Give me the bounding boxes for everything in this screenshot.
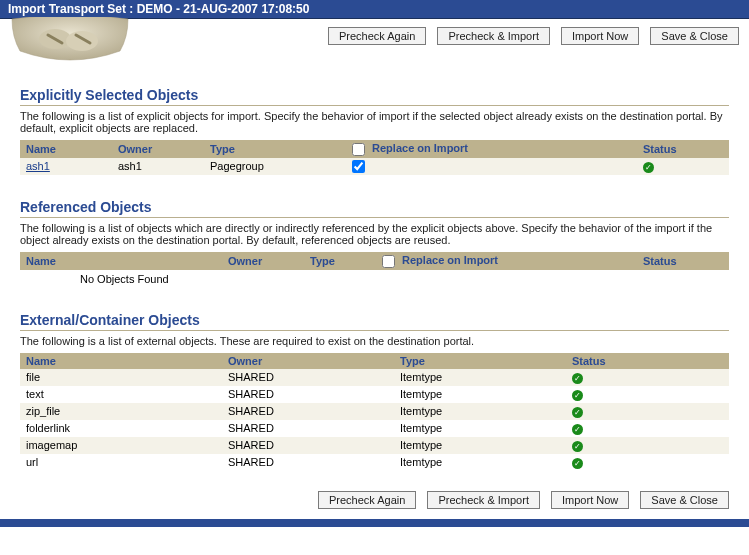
col-name: Name [20, 140, 112, 158]
cell-owner: SHARED [222, 403, 394, 420]
col-status: Status [566, 353, 729, 369]
cell-owner: ash1 [112, 158, 204, 176]
bottom-button-row: Precheck Again Precheck & Import Import … [0, 477, 749, 515]
divider [20, 330, 729, 331]
status-ok-icon: ✓ [572, 441, 583, 452]
precheck-again-button[interactable]: Precheck Again [328, 27, 426, 45]
cell-type: Itemtype [394, 369, 566, 386]
cell-owner: SHARED [222, 437, 394, 454]
explicit-heading: Explicitly Selected Objects [20, 87, 729, 103]
col-type: Type [394, 353, 566, 369]
table-row: textSHAREDItemtype✓ [20, 386, 729, 403]
col-replace: Replace on Import [376, 252, 637, 270]
cell-type: Itemtype [394, 420, 566, 437]
cell-owner: SHARED [222, 386, 394, 403]
divider [20, 217, 729, 218]
import-now-button[interactable]: Import Now [561, 27, 639, 45]
status-ok-icon: ✓ [572, 373, 583, 384]
cell-type: Itemtype [394, 403, 566, 420]
col-type: Type [304, 252, 376, 270]
cell-owner: SHARED [222, 454, 394, 471]
col-type: Type [204, 140, 346, 158]
cell-status: ✓ [566, 403, 729, 420]
col-replace-label: Replace on Import [372, 142, 468, 154]
table-row: urlSHAREDItemtype✓ [20, 454, 729, 471]
cell-status: ✓ [566, 420, 729, 437]
status-ok-icon: ✓ [643, 162, 654, 173]
table-row: folderlinkSHAREDItemtype✓ [20, 420, 729, 437]
replace-all-checkbox[interactable] [352, 143, 365, 156]
object-link[interactable]: ash1 [26, 160, 50, 172]
status-ok-icon: ✓ [572, 424, 583, 435]
col-owner: Owner [222, 252, 304, 270]
cell-type: Itemtype [394, 386, 566, 403]
cell-name: folderlink [20, 420, 222, 437]
cell-status: ✓ [566, 454, 729, 471]
cell-owner: SHARED [222, 420, 394, 437]
referenced-desc: The following is a list of objects which… [20, 222, 729, 246]
table-row: ash1ash1Pagegroup✓ [20, 158, 729, 176]
status-ok-icon: ✓ [572, 458, 583, 469]
header-logo [10, 17, 130, 67]
external-table: Name Owner Type Status fileSHAREDItemtyp… [20, 353, 729, 471]
replace-all-ref-checkbox[interactable] [382, 255, 395, 268]
col-status: Status [637, 252, 729, 270]
import-now-button[interactable]: Import Now [551, 491, 629, 509]
precheck-again-button[interactable]: Precheck Again [318, 491, 416, 509]
save-close-button[interactable]: Save & Close [650, 27, 739, 45]
cell-name: file [20, 369, 222, 386]
external-desc: The following is a list of external obje… [20, 335, 729, 347]
col-owner: Owner [112, 140, 204, 158]
status-ok-icon: ✓ [572, 390, 583, 401]
replace-checkbox[interactable] [352, 160, 365, 173]
precheck-import-button[interactable]: Precheck & Import [427, 491, 539, 509]
col-name: Name [20, 353, 222, 369]
cell-owner: SHARED [222, 369, 394, 386]
explicit-table: Name Owner Type Replace on Import Status… [20, 140, 729, 175]
cell-name: text [20, 386, 222, 403]
table-row: zip_fileSHAREDItemtype✓ [20, 403, 729, 420]
divider [20, 105, 729, 106]
cell-status: ✓ [637, 158, 729, 176]
footer-bar [0, 519, 749, 527]
cell-name: url [20, 454, 222, 471]
cell-type: Itemtype [394, 437, 566, 454]
referenced-heading: Referenced Objects [20, 199, 729, 215]
save-close-button[interactable]: Save & Close [640, 491, 729, 509]
cell-name: imagemap [20, 437, 222, 454]
explicit-desc: The following is a list of explicit obje… [20, 110, 729, 134]
cell-status: ✓ [566, 437, 729, 454]
cell-status: ✓ [566, 369, 729, 386]
table-row: fileSHAREDItemtype✓ [20, 369, 729, 386]
precheck-import-button[interactable]: Precheck & Import [437, 27, 549, 45]
cell-status: ✓ [566, 386, 729, 403]
referenced-table: Name Owner Type Replace on Import Status [20, 252, 729, 270]
external-heading: External/Container Objects [20, 312, 729, 328]
col-replace: Replace on Import [346, 140, 637, 158]
cell-name: zip_file [20, 403, 222, 420]
status-ok-icon: ✓ [572, 407, 583, 418]
col-owner: Owner [222, 353, 394, 369]
col-name: Name [20, 252, 222, 270]
cell-type: Itemtype [394, 454, 566, 471]
cell-type: Pagegroup [204, 158, 346, 176]
col-status: Status [637, 140, 729, 158]
referenced-empty: No Objects Found [20, 270, 729, 288]
col-replace-label: Replace on Import [402, 254, 498, 266]
svg-point-1 [66, 31, 98, 51]
table-row: imagemapSHAREDItemtype✓ [20, 437, 729, 454]
